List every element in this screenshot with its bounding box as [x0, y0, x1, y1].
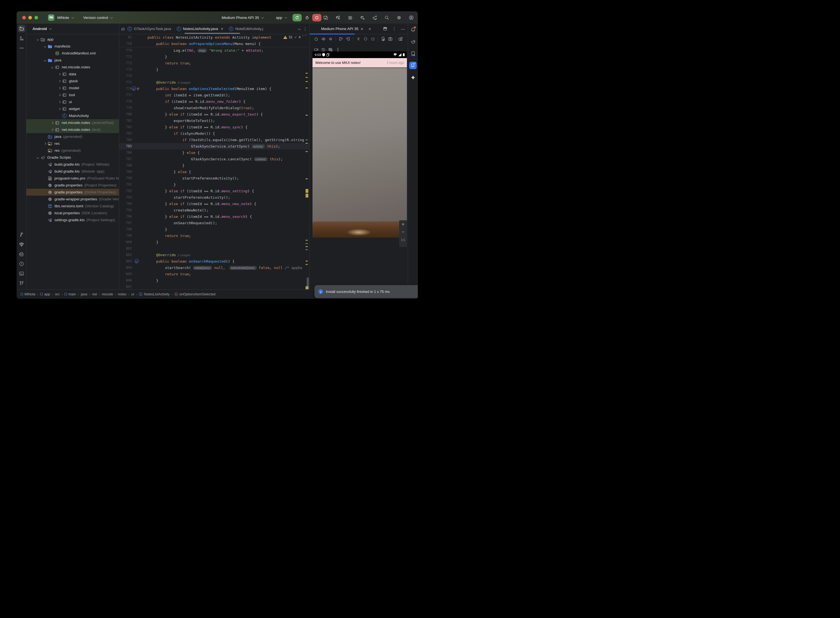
- code-line-787[interactable]: 787 GTaskSyncService.cancelSync( context…: [119, 156, 309, 162]
- device-selector[interactable]: Medium Phone API 35: [220, 16, 263, 20]
- volume-up-icon[interactable]: [320, 36, 327, 42]
- home-icon[interactable]: [362, 36, 369, 42]
- emulator-display[interactable]: 6:03 Welcome to use MIUI notes! 3 hours …: [313, 51, 407, 238]
- gradle-icon[interactable]: [408, 37, 418, 46]
- project-folder-icon[interactable]: [17, 24, 27, 33]
- notifications-bell-icon[interactable]: [408, 25, 418, 34]
- code-line-791[interactable]: 791 }: [119, 181, 309, 188]
- code-line-774[interactable]: 774: [119, 73, 309, 79]
- chevron-right-icon[interactable]: [57, 100, 62, 104]
- screen-record-icon[interactable]: [397, 36, 404, 42]
- git-branch-icon[interactable]: [17, 278, 27, 288]
- tree-item-java[interactable]: java: [27, 57, 119, 64]
- code-line-807[interactable]: 807: [119, 284, 309, 289]
- chevron-down-icon[interactable]: [298, 28, 301, 30]
- code-editor[interactable]: 81public class NotesListActivity extends…: [119, 34, 309, 289]
- tree-item-local-properties[interactable]: local.properties(SDK Location): [27, 209, 119, 217]
- hide-panel-button[interactable]: —: [401, 27, 405, 31]
- zoom-out-button[interactable]: −: [402, 228, 404, 236]
- tree-item-data[interactable]: data: [27, 71, 119, 77]
- breadcrumb-src[interactable]: src: [55, 292, 60, 296]
- prev-issue-chevron[interactable]: ˆ: [302, 35, 303, 39]
- device-streaming-icon[interactable]: [323, 15, 328, 20]
- resource-manager-icon[interactable]: [17, 33, 27, 43]
- chevron-right-icon[interactable]: [57, 79, 62, 84]
- breadcrumb-java[interactable]: java: [81, 292, 87, 296]
- vcs-menu[interactable]: Version control: [80, 16, 112, 20]
- tree-item-libs-versions-toml[interactable]: libs.versions.toml(Version Catalog): [27, 203, 119, 209]
- tree-item-build-gradle-kts[interactable]: build.gradle.kts(Project: MiNote): [27, 161, 119, 168]
- tree-item-app[interactable]: app: [27, 36, 119, 43]
- tab-scrollbar-thumb[interactable]: [184, 33, 240, 34]
- code-line-781[interactable]: 781 exportNoteToText();: [119, 117, 309, 124]
- annotation-icon[interactable]: @: [137, 86, 139, 91]
- code-line-797[interactable]: 797 onSearchRequested();: [119, 220, 309, 226]
- breadcrumb-notes[interactable]: notes: [118, 292, 127, 296]
- code-line-789[interactable]: 789 } else {: [119, 169, 309, 175]
- code-line-802[interactable]: 802 @Override 2 usages: [119, 252, 309, 258]
- breadcrumb-micode[interactable]: micode: [102, 292, 113, 296]
- code-line-783[interactable]: 783 if (isSyncMode()) {: [119, 130, 309, 137]
- chevron-down-icon[interactable]: [43, 44, 47, 49]
- rotate-left-icon[interactable]: [337, 36, 344, 42]
- chevron-down-icon[interactable]: [43, 58, 47, 63]
- tree-item-gradle-properties[interactable]: gradle.properties(Project Properties): [27, 182, 119, 189]
- gradle-sync-icon[interactable]: [372, 15, 377, 20]
- tree-item-androidmanifest-xml[interactable]: AndroidManifest.xml: [27, 50, 119, 57]
- tab-noteeditactivity-j[interactable]: CNoteEditActivity.j: [226, 24, 266, 34]
- code-line-803[interactable]: 803O↑ public boolean onSearchRequested()…: [119, 258, 309, 264]
- zoom-window-button[interactable]: [34, 16, 38, 19]
- install-toast[interactable]: i Install successfully finished in 1 s 7…: [315, 285, 418, 298]
- code-line-772[interactable]: 772 return true;: [119, 60, 309, 67]
- zoom-in-button[interactable]: +: [402, 220, 404, 228]
- code-line-794[interactable]: 794 } else if (itemId == R.id.menu_new_n…: [119, 201, 309, 207]
- run-configuration-selector[interactable]: app: [275, 16, 286, 20]
- breadcrumb-ui[interactable]: ui: [131, 292, 134, 296]
- code-line-785[interactable]: 785 GTaskSyncService.startSync( activity…: [119, 143, 309, 150]
- code-line-793[interactable]: 793 startPreferenceActivity();: [119, 194, 309, 201]
- tree-item-res[interactable]: res(generated): [27, 147, 119, 154]
- breadcrumb-onoptionsitemselected[interactable]: monOptionsItemSelected: [174, 292, 215, 296]
- tree-item-widget[interactable]: widget: [27, 105, 119, 112]
- attach-debugger-icon[interactable]: [359, 15, 365, 20]
- code-line-798[interactable]: 798 }: [119, 226, 309, 233]
- overriding-method-icon[interactable]: O↑: [135, 259, 139, 263]
- translate-icon[interactable]: [335, 15, 341, 20]
- miui-notification-banner[interactable]: Welcome to use MIUI notes! 3 hours ago: [313, 58, 407, 67]
- code-line-777[interactable]: 777 int itemId = item.getItemId();: [119, 92, 309, 98]
- code-line-790[interactable]: 790 startPreferenceActivity();: [119, 175, 309, 181]
- code-line-796[interactable]: 796 } else if (itemId == R.id.menu_searc…: [119, 213, 309, 220]
- code-line-782[interactable]: 782 } else if (itemId == R.id.menu_sync)…: [119, 124, 309, 130]
- tree-item-settings-gradle-kts[interactable]: settings.gradle.kts(Project Settings): [27, 217, 119, 223]
- project-view-selector[interactable]: Android: [27, 24, 119, 34]
- screenshot-icon[interactable]: [387, 36, 394, 42]
- code-line-805[interactable]: 805 return true;: [119, 271, 309, 277]
- code-line-780[interactable]: 780 } else if (itemId == R.id.menu_expor…: [119, 111, 309, 117]
- chevron-right-icon[interactable]: [57, 72, 62, 77]
- inspections-widget[interactable]: 51 ✓ 4 ˆ ˇ: [283, 35, 306, 39]
- add-device-tab-button[interactable]: ＋: [368, 25, 372, 32]
- tab-options-kebab[interactable]: ⋮: [303, 27, 307, 31]
- recents-icon[interactable]: [369, 36, 376, 42]
- chevron-right-icon[interactable]: [50, 120, 55, 125]
- device-explorer-icon[interactable]: [408, 49, 418, 58]
- code-lines[interactable]: 770 Log.e(TAG, msg: "Wrong state:" + mSt…: [119, 47, 309, 289]
- breadcrumb-app[interactable]: app: [40, 292, 50, 296]
- chevron-right-icon[interactable]: [50, 127, 55, 132]
- chevron-right-icon[interactable]: [57, 92, 62, 98]
- chevron-right-icon[interactable]: [57, 86, 62, 91]
- code-line-804[interactable]: 804 startSearch( initialQuery: null, sel…: [119, 264, 309, 271]
- breadcrumb-minote[interactable]: MiNote: [21, 292, 36, 296]
- tree-item-net-micode-notes[interactable]: net.micode.notes(androidTest): [27, 119, 119, 126]
- breadcrumb-net[interactable]: net: [92, 292, 97, 296]
- code-line-788[interactable]: 788 }: [119, 162, 309, 169]
- stop-button[interactable]: [312, 14, 321, 21]
- app-insights-icon[interactable]: [17, 239, 27, 249]
- code-line-773[interactable]: 773 }: [119, 67, 309, 73]
- tree-item-ui[interactable]: ui: [27, 98, 119, 105]
- overriding-method-icon[interactable]: O↑: [132, 86, 136, 91]
- chevron-right-icon[interactable]: [57, 106, 62, 111]
- breadcrumb-main[interactable]: main: [64, 292, 76, 296]
- code-line-800[interactable]: 800 }: [119, 239, 309, 245]
- profile-icon[interactable]: [408, 15, 414, 20]
